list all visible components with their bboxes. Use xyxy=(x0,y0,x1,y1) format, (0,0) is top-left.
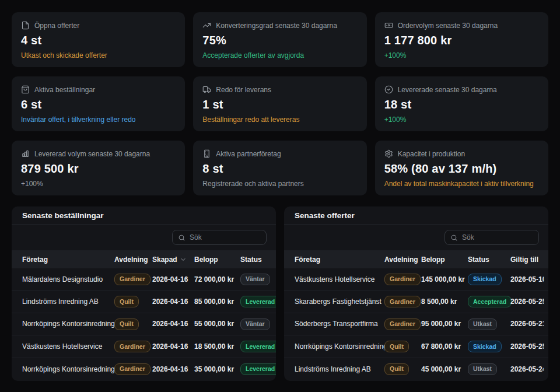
department-badge: Gardiner xyxy=(114,274,150,285)
kpi-card: Aktiva partnerföretag 8 st Registrerade … xyxy=(193,141,366,195)
bar-chart-icon xyxy=(21,149,30,158)
company-cell: Norrköpings Kontorsinredning xyxy=(295,342,384,351)
table-row[interactable]: Västkustens Hotellservice Gardiner 145 0… xyxy=(284,268,548,290)
card-label: Konverteringsgrad senaste 30 dagarna xyxy=(216,22,337,30)
search-icon xyxy=(178,234,186,242)
company-cell: Norrköpings Kontorsinredning xyxy=(22,365,114,373)
card-label: Ordervolym senaste 30 dagarna xyxy=(398,22,498,30)
created-cell: 2026-04-16 xyxy=(152,342,194,351)
card-label: Öppna offerter xyxy=(34,22,79,30)
chevron-down-icon xyxy=(180,256,187,263)
quotes-search[interactable] xyxy=(444,230,539,245)
circle-check-icon xyxy=(384,85,393,94)
amount-cell: 145 000,00 kr xyxy=(421,275,468,284)
valid-until-cell: 2026-05-10 xyxy=(510,275,544,284)
orders-panel: Senaste beställningar Företag Avdelning … xyxy=(12,206,276,381)
company-cell: Västkustens Hotellservice xyxy=(295,275,384,284)
amount-cell: 72 000,00 kr xyxy=(194,275,240,284)
quotes-header-row: Företag Avdelning Belopp Status Giltig t… xyxy=(284,250,548,268)
status-badge: Levererad xyxy=(240,341,276,352)
valid-until-cell: 2026-05-25 xyxy=(510,298,544,306)
department-badge: Gardiner xyxy=(384,296,421,307)
card-value: 1 177 800 kr xyxy=(384,34,539,47)
status-badge: Levererad xyxy=(240,363,276,375)
file-icon xyxy=(21,21,30,30)
card-subtitle: +100% xyxy=(21,180,176,188)
quotes-panel-title: Senaste offerter xyxy=(284,206,548,225)
kpi-card: Redo för leverans 1 st Beställningar red… xyxy=(193,76,366,131)
department-badge: Quilt xyxy=(114,318,139,330)
kpi-card: Levererad volym senaste 30 dagarna 879 5… xyxy=(12,141,185,195)
orders-search-input[interactable] xyxy=(190,233,261,242)
created-cell: 2026-04-16 xyxy=(152,275,194,284)
table-row[interactable]: Västkustens Hotellservice Gardiner 2026-… xyxy=(12,335,276,358)
kpi-card: Kapacitet i produktion 58% (80 av 137 m/… xyxy=(375,141,548,195)
valid-until-cell: 2026-05-24 xyxy=(510,365,544,373)
company-cell: Mälardalens Designstudio xyxy=(22,275,114,284)
building-icon xyxy=(202,149,211,158)
amount-cell: 67 800,00 kr xyxy=(421,342,468,351)
company-cell: Norrköpings Kontorsinredning xyxy=(22,320,114,328)
search-icon xyxy=(450,234,458,242)
department-badge: Gardiner xyxy=(384,274,421,285)
status-badge: Väntar xyxy=(240,318,270,330)
kpi-card: Aktiva beställningar 6 st Inväntar offer… xyxy=(12,76,185,131)
kpi-card: Ordervolym senaste 30 dagarna 1 177 800 … xyxy=(375,12,548,67)
company-cell: Västkustens Hotellservice xyxy=(22,342,114,351)
card-subtitle: Beställningar redo att levereras xyxy=(202,116,357,124)
amount-cell: 18 500,00 kr xyxy=(194,342,240,351)
department-badge: Gardiner xyxy=(114,363,150,375)
amount-cell: 95 000,00 kr xyxy=(421,320,468,328)
truck-icon xyxy=(202,85,211,94)
status-badge: Skickad xyxy=(468,341,502,352)
card-value: 4 st xyxy=(21,34,176,47)
card-value: 75% xyxy=(202,34,357,47)
table-row[interactable]: Norrköpings Kontorsinredning Quilt 2026-… xyxy=(12,313,276,335)
orders-col-status: Status xyxy=(240,256,271,264)
department-badge: Quilt xyxy=(114,296,139,307)
quotes-col-giltig-till: Giltig till xyxy=(510,256,544,264)
orders-panel-title: Senaste beställningar xyxy=(12,206,276,225)
status-badge: Skickad xyxy=(468,274,502,285)
status-badge: Utkast xyxy=(468,318,497,330)
orders-col-skapad[interactable]: Skapad xyxy=(152,256,194,264)
quotes-search-input[interactable] xyxy=(462,233,533,242)
card-value: 879 500 kr xyxy=(21,162,176,176)
department-badge: Quilt xyxy=(384,341,409,352)
card-subtitle: +100% xyxy=(384,51,539,60)
amount-cell: 35 000,00 kr xyxy=(194,365,240,373)
dashboard-page: Öppna offerter 4 st Utkast och skickade … xyxy=(0,0,560,392)
status-badge: Väntar xyxy=(240,274,270,285)
status-badge: Levererad xyxy=(240,296,276,307)
table-row[interactable]: Mälardalens Designstudio Gardiner 2026-0… xyxy=(12,268,276,290)
orders-col-belopp: Belopp xyxy=(194,256,240,264)
card-subtitle: +100% xyxy=(384,116,539,124)
trending-up-icon xyxy=(202,21,211,30)
card-subtitle: Inväntar offert, i tillverkning eller re… xyxy=(21,116,176,124)
card-subtitle: Registrerade och aktiva partners xyxy=(202,180,357,188)
quotes-rows: Västkustens Hotellservice Gardiner 145 0… xyxy=(284,268,548,380)
amount-cell: 45 000,00 kr xyxy=(421,365,468,373)
orders-header-row: Företag Avdelning Skapad Belopp Status xyxy=(12,250,276,268)
card-label: Levererade senaste 30 dagarna xyxy=(398,86,497,94)
created-cell: 2026-04-16 xyxy=(152,320,194,328)
orders-search[interactable] xyxy=(172,230,267,245)
card-label: Aktiva beställningar xyxy=(34,86,95,94)
company-cell: Skarabergs Fastighetstjänst xyxy=(295,298,384,306)
table-row[interactable]: Söderbergs Transportfirma Gardiner 95 00… xyxy=(284,313,548,335)
orders-col-avdelning: Avdelning xyxy=(114,256,152,264)
company-cell: Lindströms Inredning AB xyxy=(295,365,384,373)
table-row[interactable]: Lindströms Inredning AB Quilt 2026-04-16… xyxy=(12,290,276,313)
quotes-col-foretag: Företag xyxy=(295,256,384,264)
banknote-icon xyxy=(384,21,393,30)
table-row[interactable]: Skarabergs Fastighetstjänst Gardiner 8 5… xyxy=(284,290,548,313)
table-row[interactable]: Norrköpings Kontorsinredning Gardiner 20… xyxy=(12,358,276,380)
card-subtitle: Andel av total maskinkapacitet i aktiv t… xyxy=(384,180,539,188)
card-value: 6 st xyxy=(21,98,176,111)
quotes-col-avdelning: Avdelning xyxy=(384,256,421,264)
quotes-col-status: Status xyxy=(468,256,510,264)
card-subtitle: Accepterade offerter av avgjorda xyxy=(202,51,357,60)
card-value: 58% (80 av 137 m/h) xyxy=(384,162,539,176)
table-row[interactable]: Lindströms Inredning AB Quilt 45 000,00 … xyxy=(284,358,548,380)
table-row[interactable]: Norrköpings Kontorsinredning Quilt 67 80… xyxy=(284,335,548,358)
